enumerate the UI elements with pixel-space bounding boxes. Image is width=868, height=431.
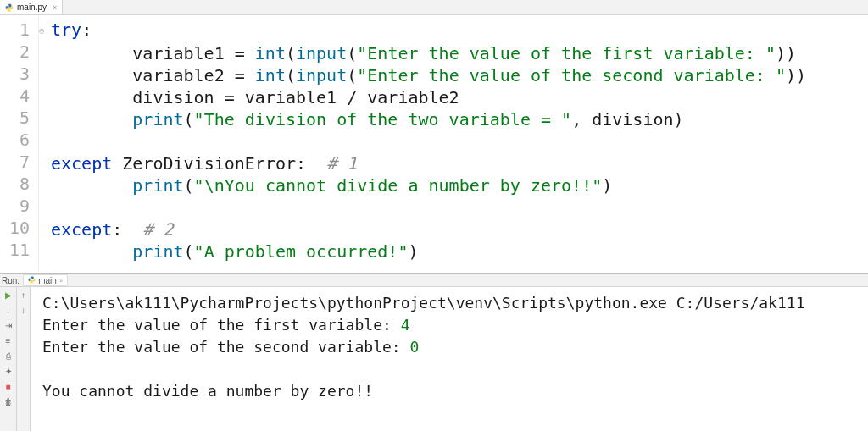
run-tool-window: ▶ ↓ ⇥ ≡ ⎙ ✦ ■ 🗑 ↑ ↓ C:\Users\ak111\Pycha… (0, 287, 868, 431)
line-gutter: 1 2 3 4 5 6 7 8 9 10 11 (0, 15, 39, 273)
console-line: You cannot divide a number by zero!! (42, 382, 373, 400)
user-input: 4 (401, 316, 410, 334)
tab-label: main.py (17, 3, 47, 12)
console-line: Enter the value of the second variable: (42, 338, 409, 356)
run-config-tab[interactable]: main × (23, 274, 68, 286)
scroll-up-icon[interactable]: ↑ (17, 289, 31, 301)
keyword-try: try (51, 19, 81, 40)
console-command: C:\Users\ak111\PycharmProjects\pythonPro… (42, 294, 804, 312)
line-number: 2 (0, 41, 38, 63)
keyword-except: except (51, 219, 112, 240)
fold-icon[interactable]: ⊖ (39, 20, 47, 42)
line-number: 4 (0, 85, 38, 107)
pin-icon[interactable]: ✦ (2, 365, 15, 377)
close-icon[interactable]: × (50, 3, 57, 12)
line-number: 3 (0, 63, 38, 85)
line-number: 11 (0, 239, 38, 261)
line-number: 8 (0, 173, 38, 195)
align-icon[interactable]: ⇥ (2, 319, 15, 331)
scroll-down-icon[interactable]: ↓ (2, 304, 15, 316)
tab-main-py[interactable]: main.py × (0, 0, 63, 14)
run-config-name: main (38, 276, 57, 285)
rerun-icon[interactable]: ▶ (2, 289, 15, 301)
print-icon[interactable]: ⎙ (2, 350, 15, 362)
line-number: 9 (0, 195, 38, 217)
line-number: 6 (0, 129, 38, 151)
close-icon[interactable]: × (59, 277, 64, 285)
line-number: 10 (0, 217, 38, 239)
editor-tab-bar: main.py × (0, 0, 868, 15)
python-file-icon (5, 3, 14, 12)
keyword-except: except (51, 153, 112, 174)
run-toolbar-secondary: ↑ ↓ (17, 287, 31, 431)
python-file-icon (28, 276, 36, 285)
trash-icon[interactable]: 🗑 (2, 395, 15, 407)
run-label: Run: (2, 276, 19, 285)
code-content[interactable]: ⊖try: variable1 = int(input("Enter the v… (39, 15, 868, 273)
console-output[interactable]: C:\Users\ak111\PycharmProjects\pythonPro… (31, 287, 868, 431)
run-toolbar: ▶ ↓ ⇥ ≡ ⎙ ✦ ■ 🗑 (0, 287, 17, 431)
user-input: 0 (409, 338, 419, 356)
line-number: 1 (0, 19, 38, 41)
line-number: 5 (0, 107, 38, 129)
code-editor[interactable]: 1 2 3 4 5 6 7 8 9 10 11 ⊖try: variable1 … (0, 15, 868, 274)
line-number: 7 (0, 151, 38, 173)
scroll-down-icon[interactable]: ↓ (17, 304, 31, 316)
console-line: Enter the value of the first variable: (42, 316, 401, 334)
soft-wrap-icon[interactable]: ≡ (2, 334, 15, 346)
run-tool-window-header: Run: main × (0, 274, 868, 287)
stop-icon[interactable]: ■ (2, 380, 15, 392)
